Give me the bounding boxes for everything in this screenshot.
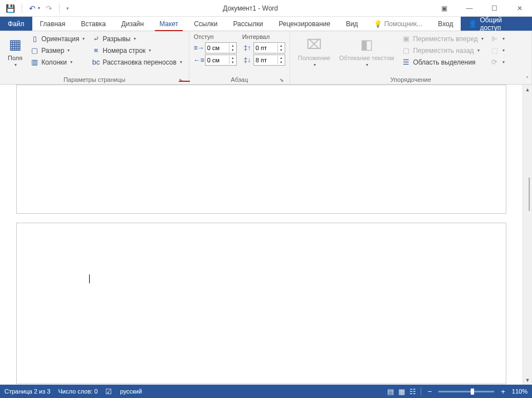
forward-icon: ▣ [402, 35, 411, 43]
tab-design[interactable]: Дизайн [114, 17, 152, 31]
indent-right-input[interactable]: ▲▼ [205, 55, 237, 66]
paragraph-launcher-icon[interactable]: ⬊ [280, 77, 284, 83]
zoom-in-button[interactable]: + [499, 387, 507, 396]
ribbon-options-icon[interactable]: ▣ [432, 0, 457, 17]
share-button[interactable]: 👤Общий доступ [461, 17, 532, 31]
maximize-icon[interactable]: ☐ [482, 0, 507, 17]
group-label-page-setup: Параметры страницы ⬊ [4, 75, 184, 84]
language-indicator[interactable]: русский [120, 388, 141, 395]
zoom-slider[interactable] [438, 391, 494, 392]
quick-access-toolbar: 💾 ↶▾ ↷ ▾ [0, 3, 69, 13]
group-paragraph: Отступ ≡→ ▲▼ ←≡ ▲▼ Интервал ‡↑ ▲▼ ‡↓ ▲▼ … [189, 31, 290, 84]
window-title: Документ1 - Word [69, 4, 432, 12]
tab-view[interactable]: Вид [338, 17, 366, 31]
redo-icon[interactable]: ↷ [46, 4, 52, 13]
breaks-icon: ⤶ [91, 35, 100, 43]
page-indicator[interactable]: Страница 2 из 3 [4, 388, 50, 395]
orientation-icon: ▯ [30, 35, 39, 43]
word-count[interactable]: Число слов: 0 [58, 388, 97, 395]
web-layout-icon[interactable]: ☷ [409, 387, 416, 396]
tab-insert[interactable]: Вставка [73, 17, 114, 31]
scroll-thumb[interactable] [529, 178, 530, 211]
indent-left-icon: ≡→ [194, 44, 204, 52]
indent-header: Отступ [194, 33, 237, 41]
tab-home[interactable]: Главная [32, 17, 74, 31]
group-button: ⬚▾ [488, 45, 507, 56]
read-mode-icon[interactable]: ▤ [387, 387, 394, 396]
page-setup-launcher-icon[interactable]: ⬊ [179, 77, 183, 83]
line-numbers-icon: ≡ [91, 46, 100, 55]
spacing-header: Интервал [242, 33, 285, 41]
columns-icon: ▥ [30, 58, 39, 66]
tab-references[interactable]: Ссылки [186, 17, 225, 31]
share-icon: 👤 [468, 20, 477, 28]
rotate-icon: ⟳ [490, 58, 499, 66]
tab-mailings[interactable]: Рассылки [225, 17, 271, 31]
backward-icon: ▢ [402, 46, 411, 55]
selection-pane-button[interactable]: ☰Область выделения [399, 57, 485, 67]
minimize-icon[interactable]: — [457, 0, 482, 17]
indent-right-icon: ←≡ [194, 56, 204, 64]
tab-layout[interactable]: Макет [152, 17, 186, 31]
indent-left-input[interactable]: ▲▼ [205, 42, 237, 53]
tab-review[interactable]: Рецензирование [271, 17, 338, 31]
undo-icon[interactable]: ↶▾ [29, 4, 40, 13]
page-2[interactable] [16, 223, 506, 384]
print-layout-icon[interactable]: ▦ [398, 387, 405, 396]
breaks-button[interactable]: ⤶Разрывы▾ [89, 33, 184, 44]
wrap-icon: ◧ [360, 36, 373, 53]
size-icon: ▢ [30, 46, 39, 55]
lightbulb-icon: 💡 [374, 20, 382, 28]
tell-me-box[interactable]: 💡Помощник... [366, 17, 431, 31]
group-label-paragraph: Абзац ⬊ [194, 75, 285, 84]
columns-button[interactable]: ▥Колонки▾ [28, 57, 87, 67]
text-cursor [89, 274, 90, 283]
scroll-up-icon[interactable]: ▲ [523, 85, 532, 94]
selection-pane-icon: ☰ [402, 58, 411, 66]
margins-button[interactable]: ▦ Поля ▾ [4, 33, 26, 70]
size-button[interactable]: ▢Размер▾ [28, 45, 87, 56]
position-icon: ⌧ [306, 36, 322, 53]
space-before-icon: ‡↑ [242, 44, 252, 52]
document-scroll[interactable] [0, 85, 523, 385]
vertical-scrollbar[interactable]: ▲ ▼ [523, 85, 532, 385]
align-icon: ⊫ [490, 35, 499, 43]
window-controls: ▣ — ☐ ✕ [432, 0, 532, 17]
group-icon: ⬚ [490, 46, 499, 55]
document-area: ▲ ▼ [0, 85, 532, 385]
tab-file[interactable]: Файл [0, 17, 32, 31]
scroll-down-icon[interactable]: ▼ [523, 375, 532, 385]
ribbon: ▦ Поля ▾ ▯Ориентация▾ ▢Размер▾ ▥Колонки▾… [0, 31, 532, 85]
group-arrange: ⌧ Положение▾ ◧ Обтекание текстом▾ ▣Перем… [290, 31, 532, 84]
status-bar: Страница 2 из 3 Число слов: 0 ☑ русский … [0, 385, 532, 398]
bring-forward-button: ▣Переместить вперед▾ [399, 33, 485, 44]
orientation-button[interactable]: ▯Ориентация▾ [28, 33, 87, 44]
zoom-level[interactable]: 110% [512, 388, 528, 395]
send-backward-button: ▢Переместить назад▾ [399, 45, 485, 56]
line-numbers-button[interactable]: ≡Номера строк▾ [89, 45, 184, 56]
zoom-thumb[interactable] [471, 389, 474, 395]
hyphen-icon: bc [91, 58, 100, 66]
align-button: ⊫▾ [488, 33, 507, 44]
save-icon[interactable]: 💾 [6, 4, 15, 13]
space-before-input[interactable]: ▲▼ [253, 42, 285, 53]
group-label-arrange: Упорядочение [295, 75, 527, 84]
hyphenation-button[interactable]: bcРасстановка переносов▾ [89, 57, 184, 67]
zoom-out-button[interactable]: − [426, 387, 435, 396]
close-icon[interactable]: ✕ [507, 0, 532, 17]
collapse-ribbon-icon[interactable]: ˄ [526, 76, 529, 82]
rotate-button: ⟳▾ [488, 57, 507, 67]
group-page-setup: ▦ Поля ▾ ▯Ориентация▾ ▢Размер▾ ▥Колонки▾… [0, 31, 189, 84]
proofing-icon[interactable]: ☑ [105, 387, 112, 396]
wrap-text-button: ◧ Обтекание текстом▾ [336, 33, 398, 70]
position-button: ⌧ Положение▾ [295, 33, 334, 70]
titlebar: 💾 ↶▾ ↷ ▾ Документ1 - Word ▣ — ☐ ✕ [0, 0, 532, 17]
margins-icon: ▦ [9, 36, 22, 53]
signin-button[interactable]: Вход [430, 17, 461, 31]
page-1[interactable] [16, 85, 506, 214]
space-after-input[interactable]: ▲▼ [253, 55, 285, 66]
space-after-icon: ‡↓ [242, 56, 252, 64]
ribbon-tabs: Файл Главная Вставка Дизайн Макет Ссылки… [0, 17, 532, 31]
